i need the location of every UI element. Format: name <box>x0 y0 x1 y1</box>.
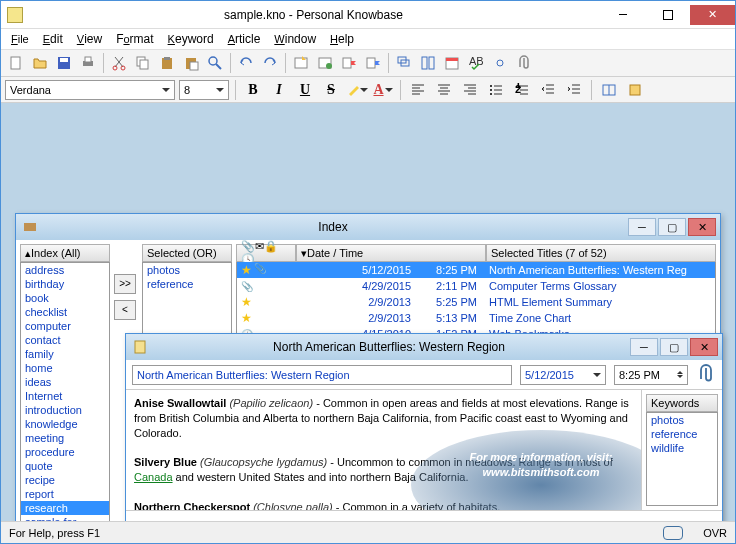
italic-button[interactable]: I <box>268 79 290 101</box>
save-icon[interactable] <box>53 52 75 74</box>
keyword-item[interactable]: address <box>21 263 109 277</box>
date-icon[interactable] <box>441 52 463 74</box>
font-color-button[interactable]: A <box>372 79 394 101</box>
index-close-button[interactable]: ✕ <box>688 218 716 236</box>
new-article-icon[interactable] <box>290 52 312 74</box>
align-right-button[interactable] <box>459 79 481 101</box>
article-body[interactable]: Anise Swallowtail (Papilio zelicaon) - C… <box>126 390 642 510</box>
article-keyword-item[interactable]: wildlife <box>647 441 717 455</box>
keyword-item[interactable]: family <box>21 347 109 361</box>
highlight-button[interactable] <box>346 79 368 101</box>
copy-icon[interactable] <box>132 52 154 74</box>
keyword-item[interactable]: ideas <box>21 375 109 389</box>
article-title-field[interactable]: North American Butterflies: Western Regi… <box>132 365 512 385</box>
paste-special-icon[interactable] <box>180 52 202 74</box>
index-minimize-button[interactable]: ─ <box>628 218 656 236</box>
keyword-item[interactable]: procedure <box>21 445 109 459</box>
keyword-item[interactable]: report <box>21 487 109 501</box>
attachment-icon[interactable] <box>696 364 716 386</box>
spell-icon[interactable]: ABC <box>465 52 487 74</box>
close-button[interactable] <box>690 5 735 25</box>
keyword-item[interactable]: home <box>21 361 109 375</box>
menu-help[interactable]: Help <box>324 30 360 48</box>
remove-keyword-icon[interactable] <box>362 52 384 74</box>
cascade-icon[interactable] <box>393 52 415 74</box>
article-keyword-item[interactable]: photos <box>647 413 717 427</box>
menu-article[interactable]: Article <box>222 30 267 48</box>
keyword-item[interactable]: checklist <box>21 305 109 319</box>
maximize-button[interactable] <box>645 5 690 25</box>
menu-view[interactable]: View <box>71 30 108 48</box>
underline-button[interactable]: U <box>294 79 316 101</box>
keyword-item[interactable]: quote <box>21 459 109 473</box>
remove-keyword-button[interactable]: < <box>114 300 136 320</box>
open-icon[interactable] <box>29 52 51 74</box>
article-row[interactable]: 📎4/29/20152:11 PMComputer Terms Glossary <box>237 278 715 294</box>
add-keyword-button[interactable]: >> <box>114 274 136 294</box>
date-col-header[interactable]: ▾ Date / Time <box>296 244 486 262</box>
article-keyword-item[interactable]: reference <box>647 427 717 441</box>
paste-icon[interactable] <box>156 52 178 74</box>
new-icon[interactable] <box>5 52 27 74</box>
font-size-selector[interactable]: 8 <box>179 80 229 100</box>
minimize-button[interactable] <box>600 5 645 25</box>
article-row[interactable]: ★📎5/12/20158:25 PMNorth American Butterf… <box>237 262 715 278</box>
strike-button[interactable]: S <box>320 79 342 101</box>
menu-format[interactable]: Format <box>110 30 159 48</box>
attachments-bar[interactable]: aniseswallowtail.jpgsilveryblue.jpgnchec… <box>126 510 722 521</box>
redo-icon[interactable] <box>259 52 281 74</box>
icon-col-header[interactable]: 📎✉🔒🕓 <box>236 244 296 262</box>
link-icon[interactable] <box>489 52 511 74</box>
article-maximize-button[interactable]: ▢ <box>660 338 688 356</box>
cut-icon[interactable] <box>108 52 130 74</box>
title-col-header[interactable]: Selected Titles (7 of 52) <box>486 244 716 262</box>
undo-icon[interactable] <box>235 52 257 74</box>
keyword-item[interactable]: contact <box>21 333 109 347</box>
keyword-item[interactable]: knowledge <box>21 417 109 431</box>
article-row[interactable]: ★2/9/20135:13 PMTime Zone Chart <box>237 310 715 326</box>
font-selector[interactable]: Verdana <box>5 80 175 100</box>
align-center-button[interactable] <box>433 79 455 101</box>
print-icon[interactable] <box>77 52 99 74</box>
keyword-item[interactable]: introduction <box>21 403 109 417</box>
keyword-item[interactable]: Internet <box>21 389 109 403</box>
article-titlebar[interactable]: North American Butterflies: Western Regi… <box>126 334 722 360</box>
article-close-button[interactable]: ✕ <box>690 338 718 356</box>
bullets-button[interactable] <box>485 79 507 101</box>
selected-keyword-item[interactable]: photos <box>143 263 231 277</box>
apply-keyword-icon[interactable] <box>338 52 360 74</box>
keyword-item[interactable]: meeting <box>21 431 109 445</box>
bold-button[interactable]: B <box>242 79 264 101</box>
article-row[interactable]: ★2/9/20135:25 PMHTML Element Summary <box>237 294 715 310</box>
find-icon[interactable] <box>204 52 226 74</box>
article-minimize-button[interactable]: ─ <box>630 338 658 356</box>
selected-header[interactable]: Selected (OR) <box>142 244 232 262</box>
article-props-icon[interactable] <box>314 52 336 74</box>
tile-icon[interactable] <box>417 52 439 74</box>
article-date-field[interactable]: 5/12/2015 <box>520 365 606 385</box>
attach-icon[interactable] <box>513 52 535 74</box>
keyword-item[interactable]: book <box>21 291 109 305</box>
index-all-list[interactable]: addressbirthdaybookchecklistcomputercont… <box>20 262 110 521</box>
align-left-button[interactable] <box>407 79 429 101</box>
numbering-button[interactable]: 12 <box>511 79 533 101</box>
keyword-item[interactable]: sample for <box>21 515 109 521</box>
article-keywords-list[interactable]: photosreferencewildlife <box>646 412 718 506</box>
menu-window[interactable]: Window <box>268 30 322 48</box>
indent-button[interactable] <box>563 79 585 101</box>
keyword-item[interactable]: recipe <box>21 473 109 487</box>
keyword-item[interactable]: birthday <box>21 277 109 291</box>
menu-file[interactable]: File <box>5 30 35 48</box>
menu-edit[interactable]: Edit <box>37 30 69 48</box>
keyword-item[interactable]: computer <box>21 319 109 333</box>
index-titlebar[interactable]: Index ─ ▢ ✕ <box>16 214 720 240</box>
article-time-field[interactable]: 8:25 PM <box>614 365 688 385</box>
menu-keyword[interactable]: Keyword <box>162 30 220 48</box>
index-maximize-button[interactable]: ▢ <box>658 218 686 236</box>
keyword-item[interactable]: research <box>21 501 109 515</box>
insert-table-button[interactable] <box>598 79 620 101</box>
index-all-header[interactable]: ▴ Index (All) <box>20 244 110 262</box>
insert-object-button[interactable] <box>624 79 646 101</box>
selected-keyword-item[interactable]: reference <box>143 277 231 291</box>
outdent-button[interactable] <box>537 79 559 101</box>
